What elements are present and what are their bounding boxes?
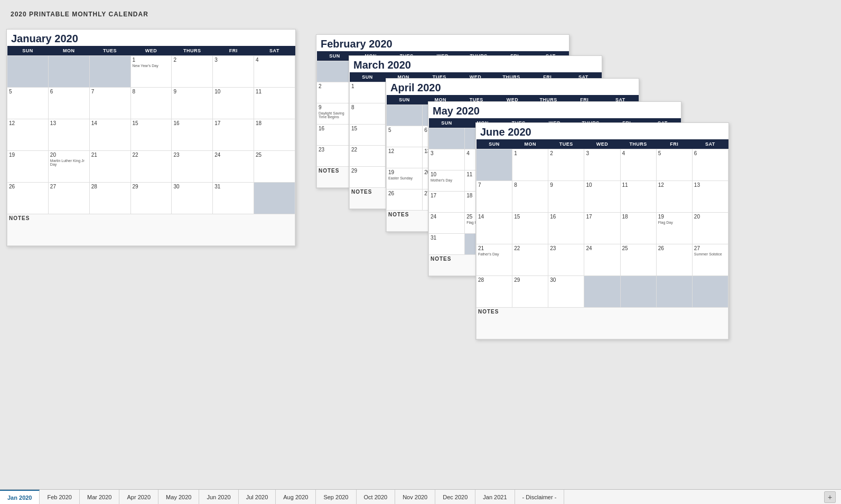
day-cell: 24 <box>584 244 620 276</box>
day-cell: 3 <box>213 56 254 88</box>
col-tues: TUES <box>548 139 584 149</box>
tab-may-2020[interactable]: May 2020 <box>158 490 199 504</box>
day-cell: 1New Year's Day <box>130 56 172 88</box>
day-cell: 1 <box>512 149 548 181</box>
day-cell: 11 <box>254 88 295 119</box>
day-cell: 21Father's Day <box>476 244 512 276</box>
day-cell: 29 <box>512 276 548 308</box>
day-cell: 29 <box>350 167 386 188</box>
col-sun: SUN <box>387 95 423 105</box>
table-row: 7 8 9 10 11 12 13 <box>476 181 728 213</box>
february-title: February 2020 <box>316 35 569 51</box>
tab-disclaimer[interactable]: - Disclaimer - <box>515 490 565 504</box>
table-row: 21Father's Day 22 23 24 25 26 27Summer S… <box>476 244 728 276</box>
table-row: 14 15 16 17 18 19Flag Day 20 <box>476 213 728 244</box>
day-cell: 26 <box>387 189 423 211</box>
january-title: January 2020 <box>7 30 295 46</box>
calendar-june: June 2020 SUN MON TUES WED THURS FRI SAT… <box>475 122 729 340</box>
day-cell: 10Mother's Day <box>429 170 465 192</box>
table-row: 1New Year's Day 2 3 4 <box>7 56 295 88</box>
day-cell: 2 <box>317 82 353 103</box>
table-row: 28 29 30 <box>476 276 728 308</box>
tab-jun-2020[interactable]: Jun 2020 <box>199 490 238 504</box>
day-cell: 29 <box>130 183 172 214</box>
col-sun: SUN <box>476 139 512 149</box>
tab-aug-2020[interactable]: Aug 2020 <box>276 490 316 504</box>
day-cell: 23 <box>172 151 213 183</box>
day-cell: 22 <box>512 244 548 276</box>
day-cell <box>656 276 692 308</box>
january-table: SUN MON TUES WED THURS FRI SAT 1New Year… <box>7 46 295 246</box>
col-wed: WED <box>584 139 620 149</box>
day-cell: 18 <box>254 119 295 151</box>
day-cell: 22 <box>130 151 172 183</box>
day-cell: 12 <box>656 181 692 213</box>
table-row: 19 20Martin Luther King Jr Day 21 22 23 … <box>7 151 295 183</box>
day-cell: 6 <box>48 88 89 119</box>
day-cell: 8 <box>512 181 548 213</box>
day-cell: 12 <box>387 147 423 168</box>
day-cell: 25 <box>254 151 295 183</box>
june-table: SUN MON TUES WED THURS FRI SAT 1 2 3 4 5 <box>476 139 728 339</box>
april-title: April 2020 <box>386 79 639 95</box>
day-cell: 26 <box>7 183 49 214</box>
tab-oct-2020[interactable]: Oct 2020 <box>357 490 396 504</box>
col-mon: MON <box>512 139 548 149</box>
tab-jan-2020[interactable]: Jan 2020 <box>0 490 40 504</box>
day-cell: 19Flag Day <box>656 213 692 244</box>
tab-bar-end: + <box>819 490 841 504</box>
day-cell <box>476 149 512 181</box>
col-tues: TUES <box>89 46 130 56</box>
tab-nov-2020[interactable]: Nov 2020 <box>395 490 435 504</box>
day-cell: 2 <box>172 56 213 88</box>
tab-mar-2020[interactable]: Mar 2020 <box>80 490 119 504</box>
tab-sep-2020[interactable]: Sep 2020 <box>316 490 356 504</box>
day-cell: 8 <box>350 103 386 125</box>
day-cell: 12 <box>7 119 49 151</box>
day-cell: 17 <box>213 119 254 151</box>
day-cell: 13 <box>692 181 728 213</box>
col-sun: SUN <box>350 72 386 82</box>
day-cell: 21 <box>89 151 130 183</box>
day-cell <box>48 56 89 88</box>
day-cell: 20Martin Luther King Jr Day <box>48 151 89 183</box>
notes-row: NOTES <box>476 308 728 339</box>
table-row: 26 27 28 29 30 31 <box>7 183 295 214</box>
tab-apr-2020[interactable]: Apr 2020 <box>119 490 158 504</box>
col-sat: SAT <box>254 46 295 56</box>
day-cell: 13 <box>48 119 89 151</box>
day-cell: 18 <box>620 213 656 244</box>
march-title: March 2020 <box>349 56 602 72</box>
day-cell <box>429 128 465 149</box>
day-cell: 28 <box>476 276 512 308</box>
day-cell: 28 <box>89 183 130 214</box>
tab-jul-2020[interactable]: Jul 2020 <box>239 490 276 504</box>
day-cell: 14 <box>476 213 512 244</box>
day-cell: 23 <box>548 244 584 276</box>
table-row: 5 6 7 8 9 10 11 <box>7 88 295 119</box>
day-cell: 15 <box>512 213 548 244</box>
day-cell <box>620 276 656 308</box>
day-cell: 6 <box>692 149 728 181</box>
day-cell: 30 <box>548 276 584 308</box>
day-cell: 8 <box>130 88 172 119</box>
day-cell: 2 <box>548 149 584 181</box>
day-cell: 16 <box>548 213 584 244</box>
day-cell: 9 <box>172 88 213 119</box>
add-tab-button[interactable]: + <box>824 491 836 503</box>
notes-label: NOTES <box>476 308 728 339</box>
tab-feb-2020[interactable]: Feb 2020 <box>40 490 79 504</box>
day-cell: 3 <box>584 149 620 181</box>
day-cell: 19 <box>7 151 49 183</box>
tab-jan-2021[interactable]: Jan 2021 <box>475 490 515 504</box>
col-sun: SUN <box>7 46 49 56</box>
day-cell: 1 <box>350 82 386 103</box>
day-cell: 7 <box>89 88 130 119</box>
day-cell: 15 <box>130 119 172 151</box>
day-cell: 31 <box>429 234 465 255</box>
day-cell: 16 <box>317 125 353 146</box>
table-row: 1 2 3 4 5 6 <box>476 149 728 181</box>
notes-label: NOTES <box>7 214 295 246</box>
day-cell: 31 <box>213 183 254 214</box>
tab-dec-2020[interactable]: Dec 2020 <box>435 490 475 504</box>
